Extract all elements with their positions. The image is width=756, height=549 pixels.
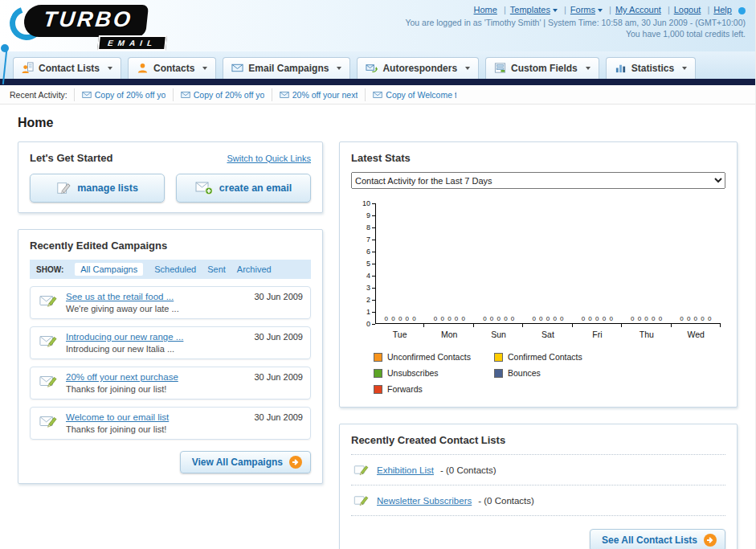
- chart-day-label: Sun: [474, 324, 523, 339]
- filter-all-campaigns[interactable]: All Campaigns: [75, 263, 143, 276]
- tab-label: Contacts: [153, 63, 194, 74]
- campaigns-panel-title: Recently Edited Campaigns: [30, 240, 311, 252]
- orange-arrow-icon: [704, 534, 717, 547]
- chevron-down-icon: [598, 9, 603, 12]
- tab-label: Custom Fields: [511, 63, 578, 74]
- tab-contact-lists[interactable]: Contact Lists: [13, 57, 121, 79]
- campaign-row[interactable]: See us at the retail food ... We're givi…: [30, 286, 311, 319]
- chevron-down-icon: [553, 9, 558, 12]
- nav-link-templates[interactable]: Templates: [510, 5, 550, 14]
- chart-y-axis: 109876543210: [356, 203, 375, 324]
- see-all-contact-lists-label: See All Contact Lists: [602, 535, 697, 546]
- contact-list-link[interactable]: Exhibition List: [377, 465, 434, 475]
- filter-scheduled[interactable]: Scheduled: [154, 264, 196, 274]
- logo-antenna-dot: [1, 44, 9, 52]
- chart-day-values: 0 0 0 0 0: [622, 315, 671, 322]
- recent-activity-link[interactable]: Copy of Welcome to: [386, 90, 456, 100]
- chart-day-values: 0 0 0 0 0: [573, 315, 622, 322]
- campaign-date: 30 Jun 2009: [254, 332, 303, 342]
- main-content: Home Let's Get Started Switch to Quick L…: [0, 104, 755, 549]
- nav-link-logout[interactable]: Logout: [674, 5, 701, 14]
- manage-lists-button[interactable]: manage lists: [30, 174, 165, 203]
- logo-subtitle: EMAIL: [97, 35, 167, 51]
- campaign-edit-icon: [38, 332, 59, 350]
- chart-day-label: Thu: [622, 324, 671, 339]
- recent-activity-item[interactable]: Copy of Welcome to: [365, 88, 464, 101]
- tab-custom-fields[interactable]: Custom Fields: [485, 57, 599, 79]
- top-header: TURBO EMAIL Home Templates Forms My Acco…: [0, 0, 755, 51]
- chevron-down-icon: [682, 67, 687, 70]
- statistics-icon: [615, 62, 627, 74]
- header-dot-icon: [738, 7, 746, 14]
- campaign-subtitle: We're giving away our late ...: [66, 304, 247, 313]
- filter-sent[interactable]: Sent: [207, 264, 226, 274]
- campaign-subtitle: Thanks for joining our list!: [66, 384, 247, 394]
- legend-label: Confirmed Contacts: [508, 352, 582, 362]
- recent-activity-link[interactable]: Copy of 20% off yo: [95, 90, 166, 100]
- chevron-down-icon: [586, 67, 590, 70]
- campaign-row[interactable]: Welcome to our email list Thanks for joi…: [30, 407, 311, 440]
- see-all-contact-lists-button[interactable]: See All Contact Lists: [590, 529, 725, 549]
- contact-list-item[interactable]: Newsletter Subscribers - (0 Contacts): [351, 485, 725, 516]
- contact-list-item[interactable]: Exhibition List - (0 Contacts): [351, 454, 725, 485]
- manage-lists-label: manage lists: [77, 182, 138, 194]
- chart-day-values: 0 0 0 0 0: [475, 315, 524, 322]
- tab-contacts[interactable]: Contacts: [128, 57, 216, 79]
- legend-swatch-icon: [374, 369, 382, 378]
- stats-legend: Unconfirmed ContactsConfirmed ContactsUn…: [374, 352, 725, 394]
- nav-link-help[interactable]: Help: [713, 5, 732, 14]
- campaign-row[interactable]: Introducing our new range ... Introducin…: [30, 326, 311, 359]
- recent-activity-link[interactable]: Copy of 20% off yo: [194, 90, 264, 100]
- list-edit-icon: [353, 462, 370, 477]
- chevron-down-icon: [202, 67, 207, 70]
- campaign-title-link[interactable]: 20% off your next purchase: [66, 372, 247, 382]
- legend-swatch-icon: [494, 353, 503, 362]
- recent-activity-link[interactable]: 20% off your next: [292, 90, 358, 100]
- recent-activity-bar: Recent Activity: Copy of 20% off yo Copy…: [0, 85, 755, 104]
- nav-link-my-account[interactable]: My Account: [615, 5, 661, 14]
- tab-email-campaigns[interactable]: Email Campaigns: [223, 57, 350, 79]
- create-email-button[interactable]: create an email: [176, 174, 311, 203]
- app-logo[interactable]: TURBO EMAIL: [24, 5, 233, 51]
- contact-lists-title: Recently Created Contact Lists: [351, 434, 725, 446]
- list-edit-icon: [353, 493, 370, 508]
- switch-quick-links-link[interactable]: Switch to Quick Links: [227, 154, 311, 163]
- latest-stats-panel: Latest Stats Contact Activity for the La…: [339, 141, 738, 408]
- campaign-edit-icon: [38, 372, 59, 390]
- campaign-date: 30 Jun 2009: [254, 372, 303, 382]
- email-plus-icon: [195, 181, 213, 195]
- chart-zeros-row: 0 0 0 0 00 0 0 0 00 0 0 0 00 0 0 0 00 0 …: [376, 315, 721, 322]
- legend-item: Unsubscribes: [374, 368, 494, 378]
- latest-stats-title: Latest Stats: [351, 152, 725, 164]
- nav-link-home[interactable]: Home: [474, 5, 497, 14]
- campaign-date: 30 Jun 2009: [254, 292, 303, 301]
- campaign-row[interactable]: 20% off your next purchase Thanks for jo…: [30, 367, 311, 399]
- logo-title: TURBO: [22, 5, 149, 37]
- legend-swatch-icon: [374, 385, 382, 394]
- pencil-paper-icon: [56, 181, 71, 195]
- stats-period-select[interactable]: Contact Activity for the Last 7 Days: [351, 172, 725, 189]
- contact-activity-chart: 109876543210 0 0 0 0 00 0 0 0 00 0 0 0 0…: [351, 203, 725, 339]
- tab-statistics[interactable]: Statistics: [606, 57, 696, 79]
- legend-label: Bounces: [508, 368, 541, 378]
- chart-plot-area: 0 0 0 0 00 0 0 0 00 0 0 0 00 0 0 0 00 0 …: [375, 203, 721, 324]
- campaign-title-link[interactable]: Welcome to our email list: [66, 412, 247, 422]
- recent-activity-item[interactable]: Copy of 20% off yo: [173, 88, 272, 101]
- page-title: Home: [18, 116, 738, 130]
- chart-day-values: 0 0 0 0 0: [524, 315, 573, 322]
- tab-autoresponders[interactable]: Autoresponders: [357, 57, 479, 79]
- recent-activity-item[interactable]: Copy of 20% off yo: [74, 88, 173, 101]
- contact-list-link[interactable]: Newsletter Subscribers: [377, 496, 472, 506]
- get-started-panel: Let's Get Started Switch to Quick Links …: [18, 141, 323, 213]
- recent-activity-item[interactable]: 20% off your next: [272, 88, 366, 101]
- campaign-title-link[interactable]: See us at the retail food ...: [66, 292, 247, 301]
- nav-link-forms[interactable]: Forms: [570, 5, 595, 14]
- view-all-campaigns-button[interactable]: View All Campaigns: [180, 451, 311, 473]
- campaign-title-link[interactable]: Introducing our new range ...: [66, 332, 247, 342]
- chart-day-label: Fri: [573, 324, 622, 339]
- recently-created-contact-lists-panel: Recently Created Contact Lists Exhibitio…: [339, 424, 738, 549]
- filter-archived[interactable]: Archived: [237, 264, 272, 274]
- email-icon: [280, 90, 289, 100]
- left-column: Let's Get Started Switch to Quick Links …: [18, 141, 323, 484]
- legend-item: Forwards: [374, 384, 494, 394]
